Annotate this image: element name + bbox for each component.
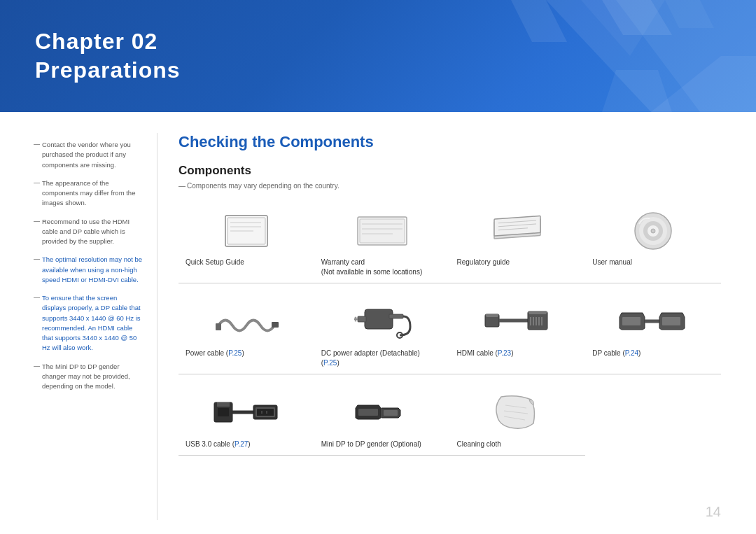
quick-setup-label: Quick Setup Guide <box>186 258 244 267</box>
usb-cable-label: USB 3.0 cable (P.27) <box>186 440 251 449</box>
sidebar-item-1: Contact the vendor where you purchased t… <box>35 140 143 170</box>
svg-rect-48 <box>622 317 640 325</box>
component-warranty: Warranty card(Not available in some loca… <box>314 202 450 283</box>
main-content: Checking the Components Components Compo… <box>178 133 721 520</box>
dp-cable-icon <box>592 299 714 344</box>
svg-marker-41 <box>528 311 547 314</box>
svg-rect-30 <box>365 309 393 329</box>
warranty-label: Warranty card(Not available in some loca… <box>321 258 423 277</box>
component-dp-cable: DP cable (P.24) <box>585 293 721 374</box>
section-title: Checking the Components <box>178 133 721 151</box>
svg-rect-28 <box>216 323 221 330</box>
component-cleaning-cloth: Cleaning cloth <box>450 384 586 456</box>
user-manual-label: User manual <box>592 258 632 267</box>
regulatory-guide-icon <box>457 208 579 253</box>
dc-adapter-label: DC power adapter (Detachable)(P.25) <box>321 349 420 368</box>
components-title: Components <box>178 164 721 178</box>
svg-rect-63 <box>384 410 398 416</box>
sidebar-item-3: Recommend to use the HDMI cable and DP c… <box>35 217 143 247</box>
components-grid: Quick Setup Guide Warranty card(Not avai… <box>178 202 721 458</box>
dc-adapter-icon <box>321 299 443 344</box>
cleaning-cloth-icon <box>457 390 579 435</box>
component-power-cable: Power cable (P.25) <box>178 293 314 374</box>
component-usb-cable: USB 3.0 cable (P.27) <box>178 384 314 456</box>
power-cable-label: Power cable (P.25) <box>186 349 244 358</box>
svg-rect-61 <box>358 409 378 416</box>
svg-rect-32 <box>358 316 366 322</box>
hdmi-cable-icon <box>457 299 579 344</box>
component-quick-setup: Quick Setup Guide <box>178 202 314 283</box>
component-dc-adapter: DC power adapter (Detachable)(P.25) <box>314 293 450 374</box>
sidebar-item-4: The optimal resolution may not be availa… <box>35 255 143 285</box>
chapter-subtitle: Preparations <box>35 57 181 83</box>
warranty-card-icon <box>321 208 443 253</box>
sidebar-item-2: The appearance of the components may dif… <box>35 178 143 209</box>
svg-rect-14 <box>360 219 405 243</box>
power-cable-icon <box>186 299 307 344</box>
component-user-manual: User manual <box>585 202 721 283</box>
svg-rect-29 <box>272 322 279 328</box>
header-text-block: Chapter 02 Preparations <box>35 29 181 83</box>
chapter-label: Chapter 02 <box>35 29 181 55</box>
sidebar-item-5: To ensure that the screen displays prope… <box>35 293 143 353</box>
component-hdmi-cable: HDMI cable (P.23) <box>450 293 586 374</box>
sidebar: Contact the vendor where you purchased t… <box>35 133 158 520</box>
svg-point-34 <box>354 317 356 319</box>
svg-rect-51 <box>662 317 680 325</box>
svg-point-27 <box>651 229 655 233</box>
regulatory-label: Regulatory guide <box>457 258 510 267</box>
dp-cable-label: DP cable (P.24) <box>592 349 640 358</box>
svg-rect-57 <box>257 409 274 416</box>
svg-marker-38 <box>485 314 499 317</box>
mini-dp-label: Mini DP to DP gender (Optional) <box>321 440 421 449</box>
components-note: Components may vary depending on the cou… <box>178 182 721 190</box>
svg-rect-31 <box>389 314 403 318</box>
page-header: Chapter 02 Preparations <box>0 0 756 112</box>
usb-cable-icon <box>186 390 307 435</box>
sidebar-item-6: The Mini DP to DP gender changer may not… <box>35 362 143 392</box>
hdmi-cable-label: HDMI cable (P.23) <box>457 349 514 358</box>
svg-point-35 <box>354 320 356 322</box>
user-manual-icon <box>592 208 714 253</box>
svg-rect-19 <box>494 216 540 236</box>
svg-marker-53 <box>217 402 230 407</box>
svg-rect-54 <box>218 408 229 416</box>
content-area: Contact the vendor where you purchased t… <box>0 112 756 534</box>
component-mini-dp: Mini DP to DP gender (Optional) <box>314 384 450 456</box>
mini-dp-icon <box>321 390 443 435</box>
component-regulatory: Regulatory guide <box>450 202 586 283</box>
page-number: 14 <box>706 504 721 520</box>
quick-setup-guide-icon <box>186 208 307 253</box>
cleaning-cloth-label: Cleaning cloth <box>457 440 501 449</box>
